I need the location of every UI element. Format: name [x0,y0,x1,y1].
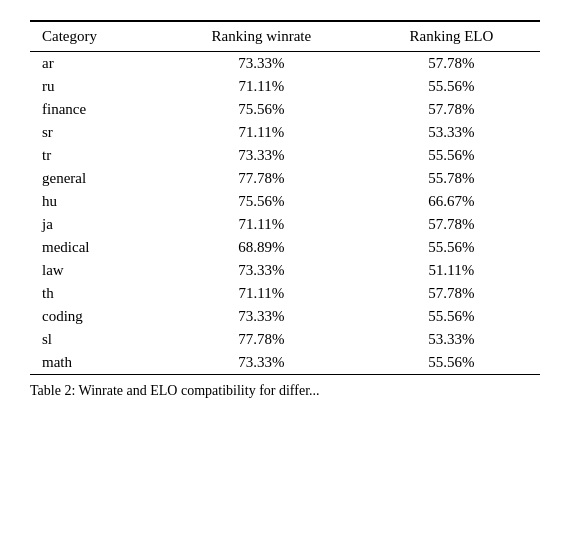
table-row: medical68.89%55.56% [30,236,540,259]
cell-elo: 55.56% [363,351,540,375]
cell-elo: 57.78% [363,213,540,236]
cell-winrate: 68.89% [160,236,363,259]
table-row: math73.33%55.56% [30,351,540,375]
table-row: ar73.33%57.78% [30,52,540,76]
cell-winrate: 73.33% [160,305,363,328]
cell-winrate: 71.11% [160,121,363,144]
cell-category: ja [30,213,160,236]
cell-elo: 55.56% [363,236,540,259]
cell-elo: 51.11% [363,259,540,282]
cell-winrate: 77.78% [160,328,363,351]
table-row: sr71.11%53.33% [30,121,540,144]
cell-category: law [30,259,160,282]
cell-category: sl [30,328,160,351]
table-row: ru71.11%55.56% [30,75,540,98]
cell-category: hu [30,190,160,213]
cell-category: ru [30,75,160,98]
cell-elo: 66.67% [363,190,540,213]
cell-winrate: 77.78% [160,167,363,190]
cell-category: coding [30,305,160,328]
table-row: coding73.33%55.56% [30,305,540,328]
cell-elo: 55.78% [363,167,540,190]
cell-category: math [30,351,160,375]
table-row: tr73.33%55.56% [30,144,540,167]
cell-winrate: 73.33% [160,259,363,282]
table-row: finance75.56%57.78% [30,98,540,121]
cell-winrate: 73.33% [160,351,363,375]
table-wrapper: Category Ranking winrate Ranking ELO ar7… [30,20,540,399]
cell-elo: 53.33% [363,121,540,144]
cell-category: general [30,167,160,190]
cell-elo: 57.78% [363,282,540,305]
header-winrate: Ranking winrate [160,21,363,52]
cell-category: medical [30,236,160,259]
table-header-row: Category Ranking winrate Ranking ELO [30,21,540,52]
cell-winrate: 73.33% [160,52,363,76]
cell-winrate: 71.11% [160,282,363,305]
cell-winrate: 75.56% [160,98,363,121]
cell-elo: 55.56% [363,305,540,328]
cell-category: tr [30,144,160,167]
cell-winrate: 73.33% [160,144,363,167]
cell-elo: 55.56% [363,75,540,98]
cell-category: finance [30,98,160,121]
cell-winrate: 75.56% [160,190,363,213]
header-category: Category [30,21,160,52]
data-table: Category Ranking winrate Ranking ELO ar7… [30,20,540,375]
cell-winrate: 71.11% [160,75,363,98]
cell-elo: 55.56% [363,144,540,167]
table-row: ja71.11%57.78% [30,213,540,236]
cell-elo: 57.78% [363,98,540,121]
cell-category: ar [30,52,160,76]
table-caption: Table 2: Winrate and ELO compatibility f… [30,383,540,399]
cell-winrate: 71.11% [160,213,363,236]
table-row: law73.33%51.11% [30,259,540,282]
table-row: th71.11%57.78% [30,282,540,305]
table-row: general77.78%55.78% [30,167,540,190]
table-row: hu75.56%66.67% [30,190,540,213]
cell-category: sr [30,121,160,144]
cell-category: th [30,282,160,305]
cell-elo: 53.33% [363,328,540,351]
table-row: sl77.78%53.33% [30,328,540,351]
cell-elo: 57.78% [363,52,540,76]
header-elo: Ranking ELO [363,21,540,52]
